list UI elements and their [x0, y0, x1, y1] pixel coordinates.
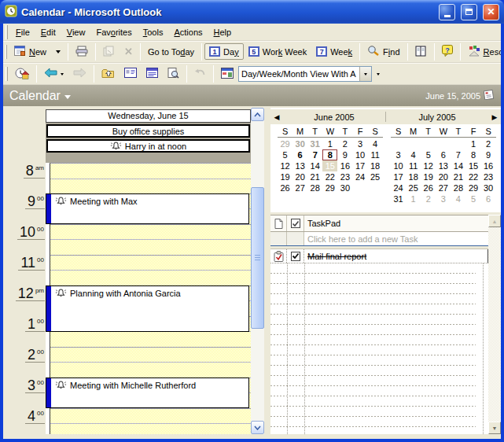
date-cell[interactable]: 16 [337, 160, 352, 171]
date-cell[interactable]: 22 [322, 171, 337, 182]
appointment[interactable]: Meeting with Michelle Rutherford [46, 378, 249, 408]
new-task-input-row[interactable]: Click here to add a new Task [270, 232, 488, 246]
print-preview-button[interactable] [163, 64, 184, 83]
date-cell[interactable]: 13 [436, 160, 451, 171]
date-cell[interactable]: 23 [481, 171, 496, 182]
date-cell[interactable]: 14 [451, 160, 465, 171]
work-week-view-button[interactable]: 5 Work Week [244, 43, 311, 60]
date-cell[interactable] [391, 138, 406, 149]
date-cell[interactable]: 11 [368, 149, 383, 160]
date-cell[interactable]: 18 [368, 160, 383, 171]
date-cell[interactable]: 11 [406, 160, 421, 171]
resources-button[interactable]: Resources... [463, 42, 501, 61]
week-view-button[interactable]: 7 Week [311, 43, 357, 60]
date-cell[interactable]: 3 [391, 149, 406, 160]
time-gutter-hour[interactable]: 100 [6, 316, 46, 347]
time-gutter-hour[interactable]: 1100 [6, 255, 46, 285]
toolbar-grip-handle[interactable] [6, 45, 7, 59]
date-cell[interactable]: 4 [451, 193, 465, 204]
menu-item[interactable]: Tools [138, 25, 169, 39]
task-icon-column-header[interactable] [270, 215, 287, 231]
date-cell[interactable]: 8 [465, 149, 480, 160]
date-cell[interactable]: 5 [278, 149, 292, 160]
task-complete-checkbox[interactable] [291, 252, 300, 261]
all-day-event[interactable]: Buy office supplies [46, 124, 250, 138]
new-dropdown-button[interactable] [51, 44, 65, 59]
combo-dropdown-button[interactable] [359, 67, 371, 81]
menu-grip-handle[interactable] [6, 25, 8, 39]
date-cell[interactable]: 6 [436, 149, 451, 160]
date-cell[interactable]: 7 [451, 149, 465, 160]
time-gutter-hour[interactable]: 1000 [6, 224, 46, 255]
minimize-button[interactable] [439, 4, 455, 20]
taskpad-scrollbar[interactable]: ▲ ▼ [488, 215, 501, 434]
date-cell[interactable]: 1 [465, 138, 480, 149]
maximize-button[interactable] [461, 4, 477, 20]
task-row[interactable]: Mail final report [270, 249, 488, 263]
outlook-today-button[interactable] [10, 64, 34, 84]
print-button[interactable] [71, 42, 93, 61]
date-cell[interactable]: 14 [307, 160, 322, 171]
date-cell[interactable]: 6 [292, 149, 307, 160]
date-cell[interactable]: 23 [337, 171, 352, 182]
date-cell[interactable]: 31 [391, 193, 406, 204]
appointment[interactable]: Meeting with Max [46, 193, 249, 224]
date-cell[interactable]: 13 [292, 160, 307, 171]
next-month-arrow[interactable]: ▶ [488, 113, 501, 121]
date-cell[interactable]: 19 [421, 171, 436, 182]
date-cell[interactable]: 3 [352, 138, 367, 149]
time-gutter-hour[interactable]: 200 [6, 347, 46, 378]
date-cell[interactable]: 9 [337, 149, 352, 160]
list-view-button[interactable] [142, 64, 163, 83]
date-cell[interactable]: 2 [421, 193, 436, 204]
date-cell[interactable]: 29 [465, 182, 480, 193]
menu-item[interactable]: Actions [168, 25, 208, 39]
back-button[interactable] [39, 64, 68, 83]
date-cell[interactable]: 9 [481, 149, 496, 160]
date-cell[interactable]: 30 [337, 182, 352, 193]
date-cell[interactable]: 20 [436, 171, 451, 182]
scroll-up-button[interactable]: ▲ [488, 215, 501, 227]
date-cell[interactable]: 2 [481, 138, 496, 149]
toolbar-grip-handle[interactable] [6, 67, 8, 81]
new-task-placeholder[interactable]: Click here to add a new Task [304, 234, 488, 244]
date-cell[interactable]: 29 [322, 182, 337, 193]
taskpad-header-row[interactable]: TaskPad [270, 215, 488, 232]
scroll-down-button[interactable]: ▼ [488, 422, 501, 434]
day-view-scrollbar[interactable] [251, 108, 264, 434]
current-view-button[interactable] [216, 64, 238, 83]
date-cell[interactable]: 24 [391, 182, 406, 193]
date-cell[interactable]: 26 [278, 182, 292, 193]
all-day-event[interactable]: Harry in at noon [46, 139, 250, 153]
date-cell[interactable]: 27 [292, 182, 307, 193]
day-header[interactable]: Wednesday, June 15 [46, 109, 251, 123]
date-cell[interactable]: 31 [307, 138, 322, 149]
date-cell[interactable]: 5 [421, 149, 436, 160]
date-cell[interactable]: 29 [278, 138, 292, 149]
help-button[interactable]: ? [437, 42, 458, 61]
date-cell[interactable]: 4 [368, 138, 383, 149]
date-cell[interactable]: 8 [322, 149, 337, 160]
date-cell[interactable]: 28 [451, 182, 465, 193]
date-cell[interactable]: 7 [307, 149, 322, 160]
day-view-button[interactable]: 1 Day [204, 43, 244, 60]
appointment[interactable]: Planning with Antonia Garcia [46, 285, 249, 332]
date-cell[interactable]: 20 [292, 171, 307, 182]
taskpad-empty-rows[interactable] [270, 263, 476, 434]
date-cell[interactable]: 15 [465, 160, 480, 171]
time-gutter-hour[interactable]: 8am [6, 163, 46, 193]
address-book-button[interactable] [410, 42, 432, 61]
date-cell[interactable]: 1 [406, 193, 421, 204]
time-gutter-hour[interactable]: 400 [6, 408, 46, 434]
date-cell[interactable]: 10 [352, 149, 367, 160]
taskpad-title[interactable]: TaskPad [304, 219, 488, 228]
date-cell[interactable]: 22 [465, 171, 480, 182]
new-button[interactable]: New [9, 42, 51, 61]
date-cell[interactable]: 15 [322, 160, 337, 171]
find-button[interactable]: Find [362, 42, 404, 61]
date-cell[interactable]: 25 [368, 171, 383, 182]
toolbar-options-button[interactable] [372, 67, 384, 80]
menu-item[interactable]: File [10, 25, 35, 39]
previous-month-arrow[interactable]: ◀ [270, 113, 283, 121]
task-label[interactable]: Mail final report [304, 252, 487, 261]
